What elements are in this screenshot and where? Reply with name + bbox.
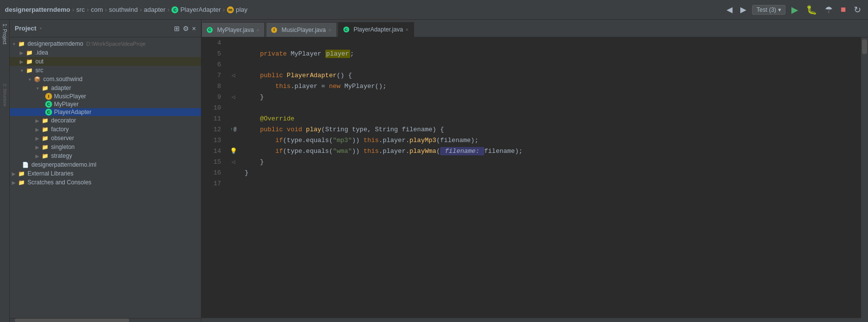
- tree-item-iml[interactable]: 📄 designerpatterndemo.iml: [10, 160, 201, 169]
- class-badge-myplayer: C: [45, 101, 52, 108]
- myplayer-type-8: MyPlayer: [344, 83, 375, 90]
- tree-item-root[interactable]: ▾ 📁 designerpatterndemo D:\WorkSpace\Ide…: [10, 39, 201, 48]
- line-num-13: 13: [201, 135, 221, 146]
- tree-item-comsouthwind[interactable]: ▾ 📦 com.southwind: [10, 75, 201, 84]
- class-name-breadcrumb: PlayerAdapter: [180, 6, 221, 13]
- tree-item-factory[interactable]: ▶ 📁 factory: [10, 125, 201, 134]
- gutter-9: ◁: [226, 91, 241, 102]
- fold-arrow-15: ◁: [231, 158, 235, 166]
- panel-scrollbar-h[interactable]: [10, 318, 201, 322]
- nav-forward-button[interactable]: ▶: [738, 4, 748, 15]
- tree-label-out: out: [35, 58, 44, 65]
- tree-arrow-observer: ▶: [33, 136, 41, 141]
- gutter: ◁ ◁ ↑ @ 💡 ◁: [226, 37, 241, 318]
- tab-myplayer[interactable]: C MyPlayer.java ×: [201, 22, 265, 37]
- line-num-6: 6: [201, 59, 221, 70]
- tree-label-strategy: strategy: [51, 152, 72, 159]
- semicolon-5: ;: [350, 50, 354, 58]
- main-content: 1: Project 2: Structure Project ▾ ⊞ ⚙ × …: [0, 20, 868, 322]
- line-num-4: 4: [201, 37, 221, 48]
- tree-arrow-root: ▾: [10, 41, 18, 47]
- method-name-breadcrumb: play: [236, 6, 248, 13]
- top-bar: designerpatterndemo › src › com › southw…: [0, 0, 868, 20]
- tree-item-external[interactable]: ▶ 📁 External Libraries: [10, 169, 201, 178]
- breadcrumb: designerpatterndemo › src › com › southw…: [5, 6, 248, 13]
- project-tool-icon[interactable]: 1: Project: [2, 24, 7, 44]
- project-tree: ▾ 📁 designerpatterndemo D:\WorkSpace\Ide…: [10, 37, 201, 318]
- line-num-14: 14: [201, 146, 221, 156]
- tab-playeradapter[interactable]: C PlayerAdapter.java ×: [338, 22, 414, 37]
- tree-label-root: designerpatterndemo: [28, 40, 83, 47]
- tree-arrow-out: ▶: [18, 59, 26, 64]
- gutter-4: [226, 37, 241, 48]
- gutter-15: ◁: [226, 156, 241, 167]
- class-icon-breadcrumb: C: [171, 6, 178, 13]
- tree-arrow-adapter: ▾: [33, 86, 41, 91]
- str-mp3: "mp3": [333, 137, 352, 144]
- panel-settings-button[interactable]: ⚙: [183, 25, 189, 32]
- tree-item-playeradapter[interactable]: C PlayerAdapter: [10, 108, 201, 116]
- tree-item-idea[interactable]: ▶ 📁 .idea: [10, 48, 201, 57]
- tree-item-myplayer[interactable]: C MyPlayer: [10, 100, 201, 108]
- tree-item-scratches[interactable]: ▶ 📁 Scratches and Consoles: [10, 178, 201, 187]
- tab-icon-musicplayer: I: [271, 27, 277, 33]
- tree-label-src: src: [35, 67, 43, 74]
- run-button[interactable]: ▶: [789, 3, 800, 16]
- folder-icon-scratches: 📁: [18, 178, 26, 186]
- tab-close-playeradapter[interactable]: ×: [405, 27, 408, 32]
- tree-item-singleton[interactable]: ▶ 📁 singleton: [10, 143, 201, 151]
- folder-icon-external: 📁: [18, 170, 26, 177]
- tree-arrow-singleton: ▶: [33, 145, 41, 150]
- tab-close-musicplayer[interactable]: ×: [328, 27, 331, 33]
- method-playmp3: playMp3: [410, 137, 437, 144]
- run-config-selector[interactable]: Test (3) ▾: [752, 5, 785, 15]
- param-type-12a: type,: [348, 126, 375, 133]
- tree-label-myplayer: MyPlayer: [54, 101, 79, 108]
- type-myplayer: MyPlayer: [291, 50, 325, 58]
- code-line-15: }: [241, 156, 861, 167]
- line-num-16: 16: [201, 167, 221, 178]
- code-line-14: if(type.equals("wma")) this.player.playW…: [241, 146, 861, 156]
- folder-icon-adapter: 📁: [41, 84, 49, 92]
- stop-button[interactable]: ■: [839, 3, 848, 16]
- indent-8: [245, 83, 275, 90]
- paren-14b: (: [436, 147, 440, 155]
- debug-button[interactable]: 🐛: [804, 3, 819, 16]
- tree-item-decorator[interactable]: ▶ 📁 decorator: [10, 116, 201, 125]
- structure-tool-icon[interactable]: 2: Structure: [2, 84, 7, 107]
- coverage-button[interactable]: ☂: [823, 3, 835, 16]
- arg-13: (filename);: [436, 137, 478, 144]
- this-kw-13: this: [364, 137, 379, 144]
- editor-scrollbar[interactable]: [861, 37, 868, 318]
- path-adapter: adapter: [144, 6, 166, 13]
- code-line-12: public void play(String type, String fil…: [241, 124, 861, 135]
- tab-close-myplayer[interactable]: ×: [256, 27, 259, 33]
- tree-item-strategy[interactable]: ▶ 📁 strategy: [10, 151, 201, 160]
- paren-8: ();: [375, 83, 386, 90]
- sync-button[interactable]: ↻: [852, 3, 863, 16]
- tree-item-src[interactable]: ▾ 📁 src: [10, 66, 201, 75]
- tree-item-out[interactable]: ▶ 📁 out: [10, 57, 201, 66]
- code-editor[interactable]: 4 5 6 7 8 9 10 11 12 13 14 15 16 17 ◁: [201, 37, 868, 318]
- nav-back-button[interactable]: ◀: [725, 4, 734, 15]
- code-lines[interactable]: private MyPlayer player; public PlayerAd…: [241, 37, 861, 318]
- tab-musicplayer[interactable]: I MusicPlayer.java ×: [266, 22, 336, 37]
- line-num-11: 11: [201, 113, 221, 124]
- tree-item-adapter[interactable]: ▾ 📁 adapter: [10, 84, 201, 92]
- tree-item-musicplayer[interactable]: I MusicPlayer: [10, 92, 201, 100]
- line-num-7: 7: [201, 70, 221, 81]
- dot-13: .player.: [379, 137, 409, 144]
- tree-item-observer[interactable]: ▶ 📁 observer: [10, 134, 201, 143]
- warning-icon-14: 💡: [230, 147, 237, 155]
- panel-close-button[interactable]: ×: [192, 25, 196, 32]
- interface-badge-musicplayer: I: [45, 93, 52, 100]
- annotation-up-icon: ↑: [230, 127, 233, 132]
- code-line-7: public PlayerAdapter() {: [241, 70, 861, 81]
- package-icon-comsouthwind: 📦: [33, 75, 41, 83]
- folder-icon-src: 📁: [26, 66, 33, 74]
- editor-scrollbar-h[interactable]: [201, 318, 868, 322]
- project-panel: Project ▾ ⊞ ⚙ × ▾ 📁 designerpatterndemo …: [10, 20, 201, 322]
- tree-label-factory: factory: [51, 126, 69, 133]
- panel-collapse-button[interactable]: ⊞: [174, 25, 180, 32]
- method-icon-breadcrumb: m: [227, 6, 234, 13]
